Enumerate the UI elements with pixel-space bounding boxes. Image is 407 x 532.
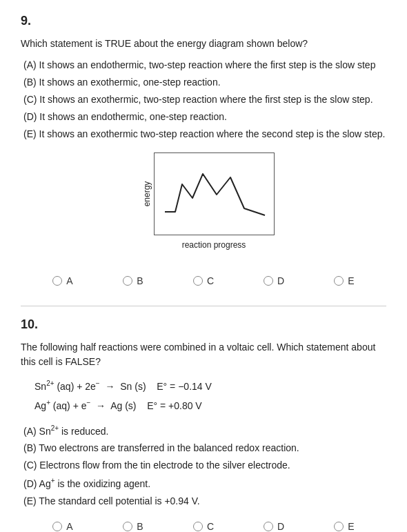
q9-options: (A) It shows an endothermic, two-step re…: [21, 58, 386, 141]
q10-eq2: Ag+ (aq) + e− → Ag (s) E° = +0.80 V: [34, 397, 386, 415]
q10-option-a: (A) Sn2+ is reduced.: [21, 423, 386, 439]
q10-option-d: (D) Ag+ is the oxidizing agent.: [21, 475, 386, 491]
q10-answer-e[interactable]: E: [309, 521, 379, 532]
q9-label-c: C: [207, 275, 214, 286]
q9-option-b: (B) It shows an exothermic, one-step rea…: [21, 75, 386, 90]
q10-option-e: (E) The standard cell potential is +0.94…: [21, 494, 386, 509]
q10-label-c: C: [207, 521, 214, 532]
q10-eq1: Sn2+ (aq) + 2e− → Sn (s) E° = −0.14 V: [34, 377, 386, 395]
q9-radio-b[interactable]: [123, 276, 132, 286]
q9-question: Which statement is TRUE about the energy…: [21, 37, 386, 51]
q9-number: 9.: [21, 14, 386, 28]
q10-label-b: B: [137, 521, 143, 532]
q10-answer-c[interactable]: C: [168, 521, 239, 532]
q9-answer-d[interactable]: D: [239, 275, 309, 286]
q10-label-e: E: [348, 521, 354, 532]
q10-radio-c[interactable]: [193, 522, 203, 531]
q9-answer-row: A B C D E: [21, 270, 386, 292]
q10-equations: Sn2+ (aq) + 2e− → Sn (s) E° = −0.14 V Ag…: [34, 377, 386, 415]
q9-answer-b[interactable]: B: [98, 275, 168, 286]
section-divider: [21, 306, 386, 306]
q9-option-c: (C) It shows an exothermic, two-step rea…: [21, 92, 386, 107]
q10-answer-d[interactable]: D: [239, 521, 309, 532]
q10-number: 10.: [21, 317, 386, 332]
y-axis-label: energy: [142, 181, 152, 207]
q9-answer-c[interactable]: C: [168, 275, 239, 286]
question-10: 10. The following half reactions were co…: [21, 317, 386, 532]
q10-answer-a[interactable]: A: [28, 521, 98, 532]
q9-answer-e[interactable]: E: [309, 275, 379, 286]
energy-diagram-container: energy reaction progress: [21, 152, 386, 256]
x-axis-label: reaction progress: [182, 240, 246, 250]
q10-question: The following half reactions were combin…: [21, 340, 386, 369]
q10-radio-d[interactable]: [264, 522, 273, 531]
q10-option-c: (C) Electrons flow from the tin electrod…: [21, 458, 386, 473]
energy-diagram-box: energy reaction progress: [154, 152, 275, 235]
energy-curve: [161, 157, 268, 226]
q10-options: (A) Sn2+ is reduced. (B) Two electrons a…: [21, 423, 386, 509]
q9-label-a: A: [66, 275, 72, 286]
q10-radio-a[interactable]: [52, 522, 62, 531]
q9-radio-e[interactable]: [334, 276, 344, 286]
q10-label-a: A: [66, 521, 72, 532]
q9-option-a: (A) It shows an endothermic, two-step re…: [21, 58, 386, 72]
q10-answer-row: A B C D E: [21, 515, 386, 532]
q9-option-d: (D) It shows an endothermic, one-step re…: [21, 110, 386, 124]
q9-radio-c[interactable]: [193, 276, 203, 286]
question-9: 9. Which statement is TRUE about the ene…: [21, 14, 386, 292]
q9-label-e: E: [348, 275, 354, 286]
q9-label-b: B: [137, 275, 143, 286]
q9-radio-d[interactable]: [264, 276, 273, 286]
q10-radio-b[interactable]: [123, 522, 132, 531]
q9-option-e: (E) It shows an exothermic two-step reac…: [21, 127, 386, 141]
q10-answer-b[interactable]: B: [98, 521, 168, 532]
q9-label-d: D: [277, 275, 284, 286]
q10-radio-e[interactable]: [334, 522, 344, 531]
q10-label-d: D: [277, 521, 284, 532]
q9-radio-a[interactable]: [52, 276, 62, 286]
q9-answer-a[interactable]: A: [28, 275, 98, 286]
q10-option-b: (B) Two electrons are transferred in the…: [21, 441, 386, 455]
